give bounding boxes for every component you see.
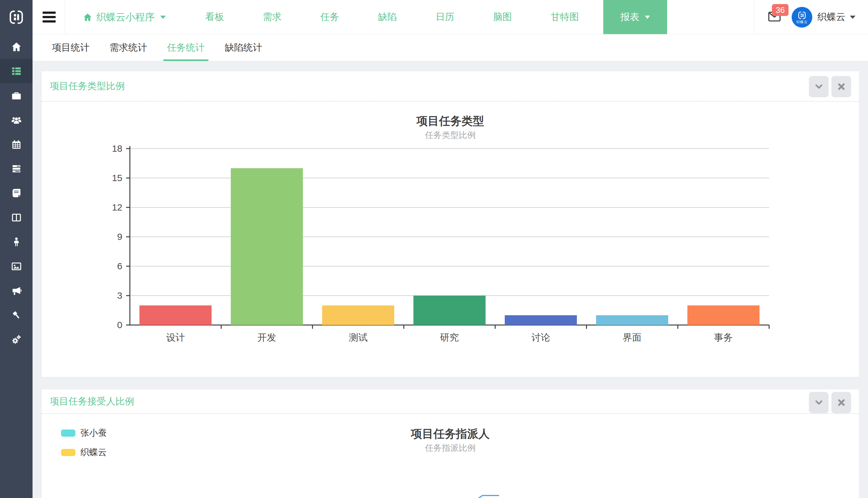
panel-header: 项目任务接受人比例 (42, 390, 859, 414)
tab-2[interactable]: 任务统计 (165, 35, 207, 61)
th-list-icon (11, 65, 22, 77)
chart-subtitle: 任务指派比例 (42, 443, 859, 453)
book-icon (11, 187, 22, 199)
svg-text:设计: 设计 (166, 332, 185, 342)
user-name[interactable]: 织蝶云 (817, 11, 845, 24)
sidebar-item-home[interactable] (0, 35, 33, 59)
brand-logo-icon (8, 9, 25, 26)
svg-text:18: 18 (112, 143, 122, 154)
tab-1[interactable]: 需求统计 (108, 35, 149, 61)
sidebar-item-th-list[interactable] (0, 59, 33, 83)
sidebar-item-briefcase[interactable] (0, 83, 33, 108)
close-button[interactable] (831, 76, 851, 97)
bar-讨论[interactable] (505, 315, 577, 325)
mail-button[interactable]: 36 (767, 10, 782, 25)
legend-label: 织蝶云 (80, 446, 107, 458)
sidebar-item-calendar[interactable] (0, 132, 33, 156)
legend-item-1[interactable]: 织蝶云 (61, 446, 107, 458)
nav-item-2[interactable]: 任务 (321, 11, 339, 24)
legend-item-0[interactable]: 张小蚕 (61, 427, 107, 439)
nav-item-3[interactable]: 缺陷 (378, 11, 397, 24)
stats-tabbar: 项目统计需求统计任务统计缺陷统计 (33, 35, 868, 61)
nav-item-4[interactable]: 日历 (436, 11, 454, 24)
nav-item-reports[interactable]: 报表 (603, 0, 667, 34)
calendar-icon (11, 139, 22, 150)
hamburger-menu-icon[interactable] (41, 0, 57, 34)
close-button[interactable] (831, 392, 851, 413)
person-icon (11, 236, 22, 248)
panel-actions (809, 76, 851, 97)
nav-item-1[interactable]: 需求 (263, 11, 282, 24)
sidebar-item-gears[interactable] (0, 327, 33, 352)
pie-legend: 张小蚕织蝶云 (61, 427, 107, 458)
sidebar-item-team[interactable] (0, 108, 33, 132)
chart-head: 项目任务指派人 任务指派比例 (42, 414, 859, 453)
close-icon (837, 82, 846, 92)
legend-label: 张小蚕 (80, 427, 107, 439)
svg-text:开发: 开发 (258, 332, 276, 342)
bar-chart: 0369121518设计开发测试研究讨论界面事务 (42, 142, 859, 342)
nav-item-6[interactable]: 甘特图 (551, 11, 579, 24)
bar-开发[interactable] (231, 168, 303, 325)
sidebar (0, 0, 33, 498)
panel-task-assignee-ratio: 项目任务接受人比例 项目任务指派人 任务指派比例 张小蚕织蝶云 (42, 390, 859, 498)
bar-界面[interactable] (596, 315, 669, 325)
app-logo[interactable] (0, 0, 33, 35)
svg-text:研究: 研究 (440, 332, 459, 342)
bar-测试[interactable] (322, 305, 394, 325)
topbar-right: 36 织蝶云 织蝶云 (756, 0, 868, 34)
reports-label: 报表 (621, 11, 639, 24)
notification-badge: 36 (772, 4, 789, 16)
svg-text:界面: 界面 (623, 332, 642, 342)
panel-task-type-ratio: 项目任务类型比例 项目任务类型 任务类型比例 0369121518设计开发测试研… (42, 71, 859, 377)
project-name: 织蝶云小程序 (96, 11, 155, 24)
avatar-caption: 织蝶云 (796, 20, 807, 24)
legend-swatch (61, 449, 75, 456)
sidebar-item-image[interactable] (0, 254, 33, 278)
chart-title: 项目任务类型 (42, 115, 859, 127)
sidebar-item-book[interactable] (0, 181, 33, 205)
home-icon (11, 41, 22, 53)
chevron-down-icon (814, 82, 824, 92)
panel-title: 项目任务类型比例 (50, 80, 125, 93)
nav-item-0[interactable]: 看板 (205, 11, 224, 24)
sidebar-item-columns[interactable] (0, 205, 33, 230)
sidebar-item-person[interactable] (0, 230, 33, 254)
sidebar-menu (0, 35, 33, 352)
megaphone-icon (11, 285, 22, 297)
svg-text:测试: 测试 (349, 332, 368, 342)
legend-swatch (61, 430, 75, 437)
sidebar-item-tasks[interactable] (0, 156, 33, 181)
topbar-divider (65, 0, 65, 34)
bar-研究[interactable] (413, 296, 485, 325)
sidebar-item-gavel[interactable] (0, 303, 33, 327)
chart-subtitle: 任务类型比例 (42, 130, 859, 140)
sidebar-item-megaphone[interactable] (0, 278, 33, 303)
svg-text:讨论: 讨论 (531, 332, 550, 342)
close-icon (837, 397, 846, 408)
svg-text:9: 9 (117, 232, 122, 242)
panel-header: 项目任务类型比例 (42, 71, 859, 102)
chevron-down-icon (645, 16, 650, 19)
collapse-button[interactable] (809, 392, 829, 413)
tasks-icon (11, 163, 22, 174)
columns-icon (11, 212, 22, 223)
gavel-icon (11, 310, 22, 321)
avatar[interactable]: 织蝶云 (792, 7, 812, 27)
tab-3[interactable]: 缺陷统计 (223, 35, 264, 61)
image-icon (11, 261, 22, 272)
topbar: 织蝶云小程序 看板需求任务缺陷日历脑图甘特图 报表 36 (33, 0, 868, 35)
project-selector[interactable]: 织蝶云小程序 (82, 0, 166, 34)
chart-head: 项目任务类型 任务类型比例 (42, 102, 859, 140)
svg-text:0: 0 (117, 320, 122, 330)
bar-事务[interactable] (687, 305, 760, 325)
pie-label-line (474, 489, 502, 498)
nav-item-5[interactable]: 脑图 (493, 11, 512, 24)
tab-0[interactable]: 项目统计 (50, 35, 91, 61)
page-content: 项目任务类型比例 项目任务类型 任务类型比例 0369121518设计开发测试研… (33, 61, 868, 498)
bar-设计[interactable] (140, 305, 212, 325)
svg-text:15: 15 (112, 173, 122, 183)
briefcase-icon (11, 90, 22, 101)
chevron-down-icon[interactable] (850, 16, 855, 19)
collapse-button[interactable] (809, 76, 829, 97)
